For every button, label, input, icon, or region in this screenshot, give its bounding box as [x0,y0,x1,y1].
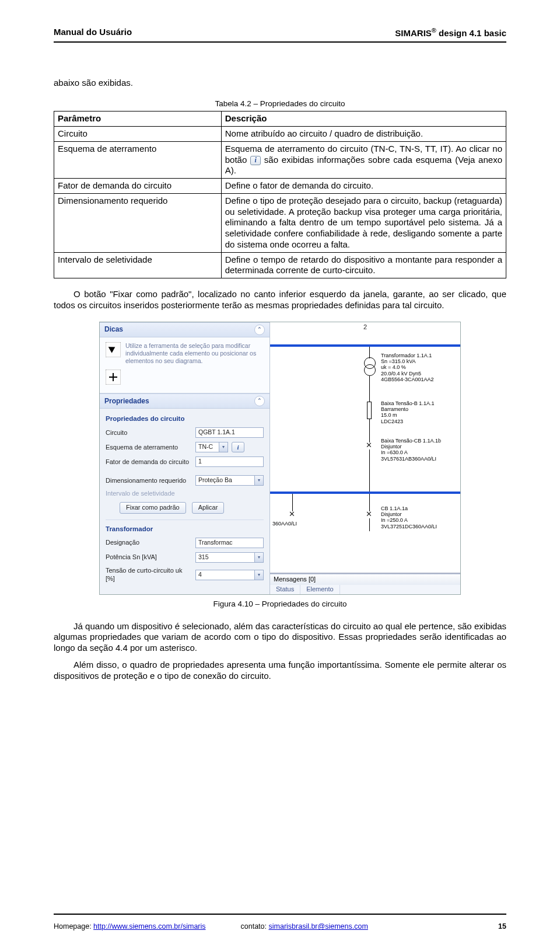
paragraph-2: Já quando um dispositivo é selecionado, … [54,621,506,654]
bus-bar-1 [270,344,460,347]
transformador-subheader: Transformador [106,520,264,533]
messages-columns: Status Elemento [270,585,460,594]
potencia-select[interactable]: 315 ▾ [195,552,264,563]
busbar-symbol[interactable] [367,402,372,419]
busbar-label: Baixa Tensão-B 1.1A.1 Barramento 15.0 m … [381,400,434,424]
page-footer: Homepage: http://www.siemens.com.br/sima… [54,922,506,932]
circuito-label: Circuito [106,429,192,437]
homepage-link[interactable]: http://www.siemens.com.br/simaris [93,922,205,930]
col-status[interactable]: Status [270,585,300,594]
header-rule [54,41,506,43]
wire [369,347,370,358]
props-subheader: Propriedades do circuito [106,414,264,423]
th-param: Parâmetro [54,111,222,127]
cb-left-label: 360AA0/LI [272,521,297,527]
paragraph-fixar: O botão "Fixar como padrão", localizado … [54,289,506,311]
table-row: Esquema de aterramento Esquema de aterra… [54,141,506,178]
collapse-icon[interactable]: ⌃ [254,325,265,335]
circuito-input[interactable]: QGBT 1.1A.1 [195,427,264,438]
single-line-diagram[interactable]: 2 Transformador 1.1A.1 Sn =315.0 kVA uk … [270,322,460,574]
figure-caption: Figura 4.10 – Propriedades do circuito [54,600,506,609]
figure-screenshot: Dicas ⌃ Utilize a ferramenta de seleção … [99,322,461,595]
move-tool-icon [106,370,121,385]
transformer-symbol[interactable] [364,357,374,375]
table-row: Fator de demanda do circuito Define o fa… [54,179,506,194]
messages-header[interactable]: Mensagens [0] [270,574,460,585]
contact-label: contato: [241,922,269,930]
col-elemento[interactable]: Elemento [300,585,340,594]
selection-tool-icon [106,342,121,357]
column-index: 2 [363,323,367,332]
page-header: Manual do Usuário SIMARIS® design 4.1 ba… [54,27,506,39]
breaker-symbol[interactable]: ✕ [366,441,372,449]
bus-bar-2 [270,492,460,494]
header-right: SIMARIS® design 4.1 basic [395,27,506,39]
esquema-select[interactable]: TN-C ▾ [195,442,228,452]
propriedades-body: Propriedades do circuito Circuito QGBT 1… [100,409,270,594]
dicas-header[interactable]: Dicas ⌃ [100,322,270,337]
contact-link[interactable]: simarisbrasil.br@siemens.com [268,922,368,930]
info-button[interactable]: i [232,442,244,452]
breaker-symbol[interactable]: ✕ [366,510,372,518]
homepage-label: Homepage: [54,922,93,930]
chevron-down-icon[interactable]: ▾ [254,553,263,562]
table-caption: Tabela 4.2 – Propriedades do circuito [54,99,506,109]
table-head-row: Parâmetro Descrição [54,111,506,127]
dim-label: Dimensionamento requerido [106,477,192,485]
propriedades-header[interactable]: Propriedades ⌃ [100,393,270,409]
potencia-label: Potência Sn [kVA] [106,553,192,562]
diagram-pane: 2 Transformador 1.1A.1 Sn =315.0 kVA uk … [270,322,460,594]
intervalo-label: Intervalo de seletividade [106,490,192,498]
cb1-label: Baixa Tensão-CB 1.1A.1b Disjuntor In =63… [381,438,441,462]
chevron-down-icon[interactable]: ▾ [254,476,263,485]
transformer-label: Transformador 1.1A.1 Sn =315.0 kVA uk = … [381,353,434,383]
dim-select[interactable]: Proteção Ba ▾ [195,475,264,486]
chevron-down-icon[interactable]: ▾ [254,570,263,580]
dicas-body: Utilize a ferramenta de seleção para mod… [100,337,270,393]
esquema-label: Esquema de aterramento [106,444,192,452]
collapse-icon[interactable]: ⌃ [254,396,265,406]
wire [369,494,370,511]
wire [369,449,370,492]
tensao-label: Tensão de curto-circuito uk [%] [106,567,192,583]
paragraph-3: Além disso, o quadro de propriedades apr… [54,660,506,682]
designacao-input[interactable]: Transformac [195,538,264,548]
table-row: Circuito Nome atribuído ao circuito / qu… [54,127,506,142]
fator-input[interactable]: 1 [195,456,264,467]
tensao-select[interactable]: 4 ▾ [195,570,264,580]
fator-label: Fator de demanda do circuito [106,458,192,466]
header-left: Manual do Usuário [54,27,132,39]
fixar-padrao-button[interactable]: Fixar como padrão [120,502,186,514]
left-sidebar: Dicas ⌃ Utilize a ferramenta de seleção … [100,322,270,594]
properties-table: Parâmetro Descrição Circuito Nome atribu… [54,111,506,278]
cb2-label: CB 1.1A.1a Disjuntor In =250.0 A 3VL3725… [381,506,437,529]
designacao-label: Designação [106,539,192,547]
table-row: Intervalo de seletividade Define o tempo… [54,252,506,278]
wire [369,518,370,531]
dica-text-1: Utilize a ferramenta de seleção para mod… [125,342,264,365]
page-number: 15 [498,922,506,932]
info-icon: i [250,156,261,165]
footer-rule [54,914,506,915]
wire [369,376,370,402]
th-desc: Descrição [221,111,506,127]
intro-line: abaixo são exibidas. [54,78,506,89]
wire [292,494,293,511]
table-row: Dimensionamento requerido Define o tipo … [54,193,506,252]
chevron-down-icon[interactable]: ▾ [219,442,228,452]
aplicar-button[interactable]: Aplicar [192,502,225,514]
breaker-symbol[interactable]: ✕ [289,510,295,518]
wire [369,419,370,442]
